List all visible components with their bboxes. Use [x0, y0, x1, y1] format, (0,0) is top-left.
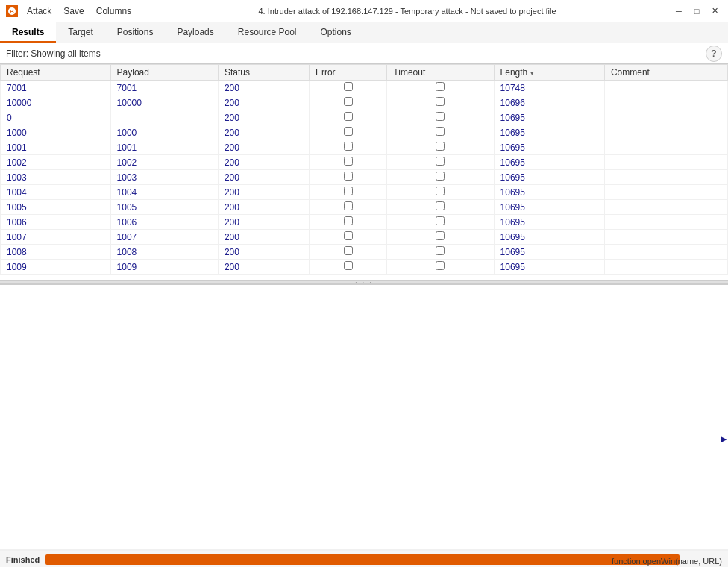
cell-comment — [604, 81, 727, 95]
menu-attack[interactable]: Attack — [22, 4, 56, 18]
menu-columns[interactable]: Columns — [92, 4, 136, 18]
cell-comment — [604, 95, 727, 110]
table-row[interactable]: 020010695 — [1, 110, 728, 125]
tab-positions[interactable]: Positions — [105, 22, 166, 43]
cell-comment — [604, 110, 727, 125]
cell-timeout[interactable] — [387, 200, 494, 215]
tab-payloads[interactable]: Payloads — [165, 22, 225, 43]
col-header-request[interactable]: Request — [1, 65, 111, 81]
cell-timeout[interactable] — [387, 170, 494, 185]
cell-comment — [604, 125, 727, 140]
cell-status: 200 — [218, 110, 309, 125]
close-button[interactable]: ✕ — [707, 4, 722, 19]
cell-comment — [604, 245, 727, 260]
cell-request: 1006 — [1, 215, 111, 230]
cell-request: 1001 — [1, 140, 111, 155]
right-decoration: ▶ — [721, 434, 727, 444]
cell-comment — [604, 215, 727, 230]
svg-text:B: B — [10, 8, 14, 15]
cell-error[interactable] — [309, 170, 386, 185]
table-row[interactable]: 1008100820010695 — [1, 245, 728, 260]
lower-panel: s t ▶ — [0, 284, 728, 549]
table-row[interactable]: 1002100220010695 — [1, 155, 728, 170]
tab-results[interactable]: Results — [0, 22, 56, 43]
col-header-error[interactable]: Error — [309, 65, 386, 81]
cell-status: 200 — [218, 230, 309, 245]
progress-bar — [46, 554, 680, 565]
cell-payload: 1006 — [110, 215, 218, 230]
col-header-timeout[interactable]: Timeout — [387, 65, 494, 81]
col-header-status[interactable]: Status — [218, 65, 309, 81]
cell-payload: 1007 — [110, 230, 218, 245]
status-bar: Finished function openWin(name, URL) — [0, 551, 728, 567]
cell-error[interactable] — [309, 260, 386, 275]
cell-comment — [604, 155, 727, 170]
cell-payload: 1005 — [110, 200, 218, 215]
cell-error[interactable] — [309, 245, 386, 260]
cell-error[interactable] — [309, 140, 386, 155]
cell-length: 10695 — [494, 230, 604, 245]
cell-request: 1003 — [1, 170, 111, 185]
cell-timeout[interactable] — [387, 245, 494, 260]
cell-request: 0 — [1, 110, 111, 125]
cell-comment — [604, 200, 727, 215]
help-button[interactable]: ? — [706, 46, 722, 62]
table-row[interactable]: 1001100120010695 — [1, 140, 728, 155]
cell-error[interactable] — [309, 230, 386, 245]
cell-timeout[interactable] — [387, 215, 494, 230]
cell-error[interactable] — [309, 200, 386, 215]
cell-timeout[interactable] — [387, 125, 494, 140]
cell-timeout[interactable] — [387, 110, 494, 125]
cell-timeout[interactable] — [387, 260, 494, 275]
cell-timeout[interactable] — [387, 155, 494, 170]
cell-error[interactable] — [309, 110, 386, 125]
tab-target[interactable]: Target — [56, 22, 104, 43]
col-header-length[interactable]: Length ▾ — [494, 65, 604, 81]
maximize-button[interactable]: □ — [689, 4, 704, 19]
col-header-comment[interactable]: Comment — [604, 65, 727, 81]
tab-options[interactable]: Options — [309, 22, 363, 43]
table-row[interactable]: 1009100920010695 — [1, 260, 728, 275]
cell-error[interactable] — [309, 215, 386, 230]
table-row[interactable]: 1000100020010695 — [1, 125, 728, 140]
cell-timeout[interactable] — [387, 95, 494, 110]
cell-payload: 1009 — [110, 260, 218, 275]
col-header-payload[interactable]: Payload — [110, 65, 218, 81]
cell-error[interactable] — [309, 95, 386, 110]
table-header-row: Request Payload Status Error Timeout Len… — [1, 65, 728, 81]
menu-save[interactable]: Save — [59, 4, 88, 18]
cell-length: 10748 — [494, 81, 604, 95]
cell-payload: 10000 — [110, 95, 218, 110]
cell-timeout[interactable] — [387, 140, 494, 155]
cell-length: 10696 — [494, 95, 604, 110]
cell-timeout[interactable] — [387, 185, 494, 200]
cell-status: 200 — [218, 95, 309, 110]
table-row[interactable]: 100001000020010696 — [1, 95, 728, 110]
cell-timeout[interactable] — [387, 230, 494, 245]
cell-status: 200 — [218, 215, 309, 230]
cell-error[interactable] — [309, 125, 386, 140]
cell-status: 200 — [218, 140, 309, 155]
table-row[interactable]: 1003100320010695 — [1, 170, 728, 185]
table-row[interactable]: 7001700120010748 — [1, 81, 728, 95]
sort-indicator: ▾ — [530, 69, 534, 77]
table-row[interactable]: 1006100620010695 — [1, 215, 728, 230]
table-row[interactable]: 1007100720010695 — [1, 230, 728, 245]
results-table-container[interactable]: Request Payload Status Error Timeout Len… — [0, 64, 728, 281]
cell-error[interactable] — [309, 81, 386, 95]
cell-error[interactable] — [309, 155, 386, 170]
cell-length: 10695 — [494, 215, 604, 230]
cell-length: 10695 — [494, 185, 604, 200]
cell-length: 10695 — [494, 245, 604, 260]
cell-status: 200 — [218, 125, 309, 140]
cell-error[interactable] — [309, 185, 386, 200]
title-bar: B Attack Save Columns 4. Intruder attack… — [0, 0, 728, 22]
cell-status: 200 — [218, 81, 309, 95]
table-row[interactable]: 1004100420010695 — [1, 185, 728, 200]
cell-status: 200 — [218, 245, 309, 260]
cell-status: 200 — [218, 170, 309, 185]
minimize-button[interactable]: ─ — [671, 4, 686, 19]
tab-resource-pool[interactable]: Resource Pool — [226, 22, 309, 43]
table-row[interactable]: 1005100520010695 — [1, 200, 728, 215]
cell-timeout[interactable] — [387, 81, 494, 95]
